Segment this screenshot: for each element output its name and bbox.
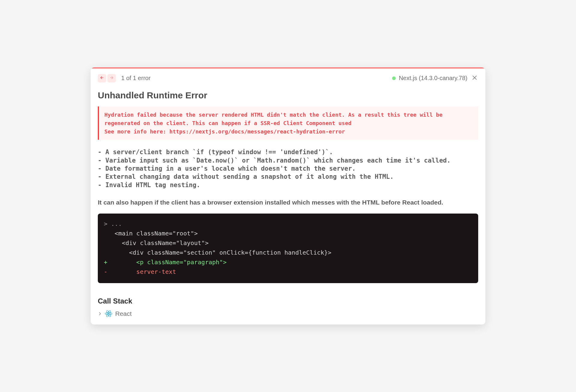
code-line: <div className="section" onClick={functi… [104, 249, 332, 256]
error-overlay-dialog: 1 of 1 error Next.js (14.3.0-canary.78) … [91, 67, 485, 325]
cause-item: - Variable input such as `Date.now()` or… [98, 157, 478, 165]
close-button[interactable] [471, 75, 478, 82]
code-line-removed: - server-text [104, 268, 176, 275]
code-line: > ... [104, 220, 122, 227]
code-line-added: + <p className="paragraph"> [104, 259, 226, 266]
cause-item: - Date formatting in a user's locale whi… [98, 165, 478, 173]
code-line: <div className="layout"> [104, 239, 208, 247]
hydration-extension-note: It can also happen if the client has a b… [91, 192, 485, 214]
status-dot-icon [392, 76, 396, 80]
framework-version-badge: Next.js (14.3.0-canary.78) [392, 75, 467, 82]
error-nav-group [98, 74, 116, 82]
hydration-diff-codebox: > ... <main className="root"> <div class… [98, 214, 478, 283]
chevron-right-icon [98, 310, 102, 317]
top-accent-bar [91, 67, 485, 68]
dialog-header: 1 of 1 error Next.js (14.3.0-canary.78) [91, 67, 485, 86]
cause-item: - External changing data without sending… [98, 173, 478, 181]
close-icon [472, 75, 478, 82]
call-stack-item-label: React [115, 310, 132, 317]
cause-item: - Invalid HTML tag nesting. [98, 181, 478, 189]
svg-point-4 [108, 313, 109, 314]
error-title: Unhandled Runtime Error [91, 86, 485, 106]
arrow-right-icon [109, 75, 114, 81]
call-stack-item[interactable]: React [98, 310, 478, 317]
error-message-line1: Hydration failed because the server rend… [104, 112, 446, 126]
react-icon [105, 310, 112, 317]
call-stack-section: Call Stack React [91, 283, 485, 325]
next-error-button[interactable] [107, 74, 116, 82]
error-count-label: 1 of 1 error [121, 75, 151, 82]
prev-error-button[interactable] [98, 74, 106, 82]
framework-version-label: Next.js (14.3.0-canary.78) [399, 75, 467, 82]
code-line: <main className="root"> [104, 230, 198, 237]
error-message-banner: Hydration failed because the server rend… [98, 106, 478, 140]
error-message-line2: See more info here: https://nextjs.org/d… [104, 128, 345, 135]
arrow-left-icon [100, 75, 104, 81]
hydration-causes-list: - A server/client branch `if (typeof win… [91, 140, 485, 191]
cause-item: - A server/client branch `if (typeof win… [98, 148, 478, 156]
call-stack-title: Call Stack [98, 297, 478, 305]
